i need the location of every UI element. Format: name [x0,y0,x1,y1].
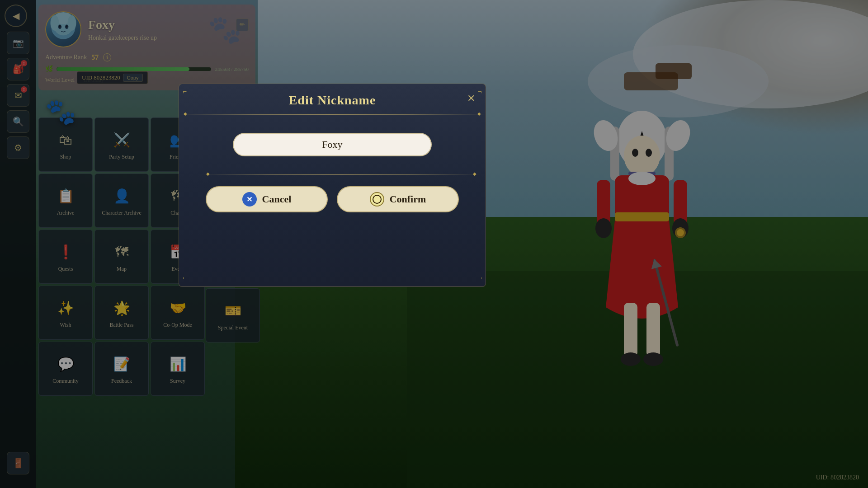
edit-nickname-modal: ⌐ ⌐ ⌐ ⌐ Edit Nickname ✕ ✕ Cancel Confirm [179,84,486,287]
modal-top-divider [179,114,486,115]
cancel-btn[interactable]: ✕ Cancel [206,186,328,212]
modal-corner-bl: ⌐ [183,274,192,283]
modal-close-btn[interactable]: ✕ [463,91,479,106]
nickname-input-wrapper [202,133,463,156]
cancel-icon: ✕ [242,192,257,206]
confirm-icon [370,192,384,206]
modal-body [179,115,486,174]
confirm-label: Confirm [390,193,426,205]
modal-bottom-divider [202,174,481,175]
cancel-label: Cancel [262,193,292,205]
confirm-btn[interactable]: Confirm [337,186,459,212]
modal-buttons: ✕ Cancel Confirm [179,175,486,226]
modal-title-bar: Edit Nickname ✕ [179,84,486,114]
modal-corner-br: ⌐ [473,274,482,283]
modal-title: Edit Nickname [289,93,376,108]
nickname-input[interactable] [233,133,432,156]
